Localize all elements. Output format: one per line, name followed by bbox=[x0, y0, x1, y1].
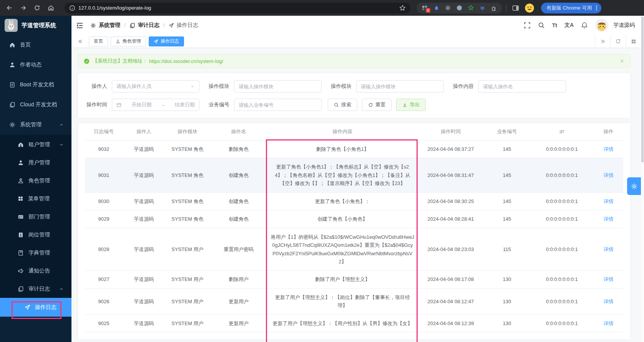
tabs-scroll-right-icon[interactable] bbox=[595, 35, 610, 48]
sidebar-item-label: 字典管理 bbox=[28, 249, 50, 256]
tab-role-management[interactable]: 角色管理 bbox=[111, 36, 146, 46]
chevron-down-icon bbox=[190, 84, 195, 89]
detail-link[interactable]: 详情 bbox=[603, 146, 613, 152]
sidebar-item-cloud-docs[interactable]: Cloud 开发文档 bbox=[0, 95, 71, 115]
extension-wallet-icon[interactable]: 8 bbox=[422, 5, 428, 11]
page-scrollbar[interactable] bbox=[641, 16, 644, 342]
sidebar-item-author[interactable]: 作者动态 bbox=[0, 55, 71, 75]
extension-drop-icon[interactable] bbox=[433, 5, 440, 11]
sidebar-item-dictionary[interactable]: 字典管理 bbox=[0, 244, 71, 262]
cell-module: SYSTEM 角色 bbox=[165, 192, 210, 210]
sidebar-item-roles[interactable]: 角色管理 bbox=[0, 172, 71, 190]
tab-operate-log[interactable]: 操作日志 bbox=[149, 36, 184, 46]
settings-fab[interactable] bbox=[627, 177, 641, 195]
content-input[interactable] bbox=[478, 80, 566, 93]
search-button[interactable]: 搜索 bbox=[328, 99, 357, 111]
sidebar-item-home[interactable]: 首页 bbox=[0, 35, 71, 55]
reset-button-label: 重置 bbox=[375, 101, 385, 108]
site-info-icon[interactable] bbox=[69, 5, 75, 11]
cell-ip: 0:0:0:0:0:0:0:1 bbox=[530, 314, 594, 332]
sidebar-item-positions[interactable]: 岗位管理 bbox=[0, 226, 71, 244]
side-panel-icon[interactable] bbox=[510, 3, 521, 13]
badge-icon bbox=[18, 232, 24, 238]
sidebar-item-boot-docs[interactable]: Boot 开发文档 bbox=[0, 75, 71, 95]
detail-link[interactable]: 详情 bbox=[603, 198, 613, 204]
col-op-name: 操作名 bbox=[210, 123, 267, 140]
detail-link[interactable]: 详情 bbox=[603, 299, 613, 304]
user-outline-icon bbox=[116, 39, 120, 44]
fullscreen-icon[interactable] bbox=[524, 22, 531, 29]
bookmark-star-icon[interactable] bbox=[399, 5, 406, 11]
extension-chevrons-icon[interactable] bbox=[479, 5, 486, 11]
cell-time: 2024-04-04 08:17:08 bbox=[418, 271, 484, 288]
module-input[interactable] bbox=[234, 80, 322, 93]
sidebar-item-audit-log[interactable]: 审计日志 bbox=[0, 280, 71, 298]
module-input-2[interactable] bbox=[356, 80, 444, 93]
detail-link[interactable]: 详情 bbox=[603, 321, 613, 326]
cell-log-id: 9026 bbox=[85, 288, 123, 314]
browser-home-icon[interactable] bbox=[45, 3, 56, 13]
sidebar-item-label: Cloud 开发文档 bbox=[20, 101, 57, 108]
cell-biz-no: 145 bbox=[484, 210, 530, 228]
cell-module: SYSTEM 用户 bbox=[165, 314, 210, 332]
breadcrumb-item-system[interactable]: 系统管理 bbox=[90, 22, 120, 29]
chrome-menu-icon[interactable] bbox=[594, 5, 599, 10]
breadcrumb-item-audit-log[interactable]: 审计日志 bbox=[129, 22, 159, 29]
profile-avatar-icon[interactable] bbox=[524, 3, 535, 13]
tab-home[interactable]: 首页 bbox=[89, 36, 108, 46]
bell-icon[interactable] bbox=[581, 22, 588, 29]
export-button-label: 导出 bbox=[410, 101, 420, 108]
cell-content: 删除了用户【理想主义】 bbox=[267, 271, 418, 288]
detail-link[interactable]: 详情 bbox=[603, 216, 613, 222]
search-button-label: 搜索 bbox=[341, 101, 351, 108]
cell-biz-no: 145 bbox=[484, 192, 530, 210]
layout-grid-icon[interactable] bbox=[626, 35, 641, 48]
main-content: 【系统日志】文档地址： https://doc.iocoder.cn/syste… bbox=[71, 48, 641, 342]
cell-time: 2024-04-04 08:28:41 bbox=[418, 210, 484, 228]
browser-back-icon[interactable] bbox=[4, 3, 15, 13]
select-placeholder: 请输入操作人员 bbox=[116, 83, 188, 90]
cell-time: 2024-04-04 08:12:39 bbox=[418, 314, 484, 332]
search-icon[interactable] bbox=[538, 22, 545, 29]
url-bar[interactable]: 127.0.0.1/system/log/operate-log bbox=[65, 3, 410, 13]
date-range-picker[interactable]: 开始日期 – 结束日期 bbox=[112, 99, 199, 111]
browser-reload-icon[interactable] bbox=[32, 3, 42, 13]
chrome-update-button[interactable]: 有新版 Chrome 可用 bbox=[541, 3, 601, 13]
browser-forward-icon[interactable] bbox=[18, 3, 28, 13]
scrollbar-thumb[interactable] bbox=[641, 17, 644, 162]
sidebar-item-label: 用户管理 bbox=[28, 159, 50, 166]
cell-module: SYSTEM 角色 bbox=[165, 158, 210, 192]
sidebar-item-users[interactable]: 用户管理 bbox=[0, 154, 71, 172]
table-row: 9029 芋道源码 SYSTEM 角色 创建角色 创建了角色【小角色】 2024… bbox=[85, 210, 623, 228]
cell-op-name: 创建角色 bbox=[210, 210, 267, 228]
user-avatar[interactable] bbox=[595, 19, 608, 32]
tabs-scroll-left-icon[interactable] bbox=[75, 39, 86, 44]
operator-select[interactable]: 请输入操作人员 bbox=[112, 80, 199, 93]
sidebar-item-departments[interactable]: 部门管理 bbox=[0, 208, 71, 226]
biz-no-input[interactable] bbox=[234, 99, 322, 111]
sidebar-item-operate-log[interactable]: 操作日志 bbox=[0, 298, 71, 317]
sidebar-item-menus[interactable]: 菜单管理 bbox=[0, 190, 71, 208]
doc-link[interactable]: https://doc.iocoder.cn/system-log/ bbox=[149, 58, 223, 64]
extensions-puzzle-icon[interactable] bbox=[491, 5, 497, 11]
sidebar-item-notices[interactable]: 通知公告 bbox=[0, 262, 71, 280]
refresh-icon[interactable] bbox=[610, 35, 626, 48]
sidebar-item-tenant[interactable]: 租户管理 bbox=[0, 135, 71, 154]
font-size-icon[interactable]: Tt bbox=[552, 22, 557, 28]
export-button[interactable]: 导出 bbox=[396, 99, 426, 111]
alert-close-icon[interactable] bbox=[620, 59, 624, 63]
sidebar-collapse-icon[interactable] bbox=[76, 22, 83, 29]
tabbar: 首页 角色管理 操作日志 bbox=[71, 35, 641, 48]
table-row: 9026 芋道源码 SYSTEM 用户 更新用户 更新了用户【理想主义】：【岗位… bbox=[85, 288, 623, 314]
detail-link[interactable]: 详情 bbox=[603, 246, 613, 252]
reset-button[interactable]: 重置 bbox=[362, 99, 392, 111]
col-biz-no: 业务编号 bbox=[484, 123, 530, 140]
sidebar-item-system[interactable]: 系统管理 bbox=[0, 115, 71, 135]
detail-link[interactable]: 详情 bbox=[603, 172, 613, 178]
cell-ip: 0:0:0:0:0:0:0:1 bbox=[530, 192, 594, 210]
translate-icon[interactable]: 文A bbox=[564, 22, 574, 29]
extension-dark-circle-icon[interactable] bbox=[445, 5, 451, 11]
extension-green-star-icon[interactable] bbox=[468, 5, 474, 11]
detail-link[interactable]: 详情 bbox=[603, 276, 613, 282]
extension-gray-dot-icon[interactable] bbox=[456, 5, 463, 11]
